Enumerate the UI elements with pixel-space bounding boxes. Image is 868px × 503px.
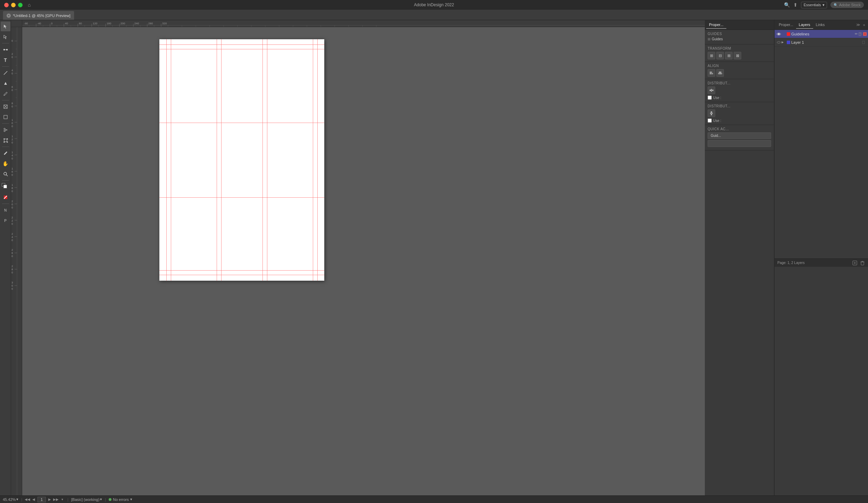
title-bar: ⌂ Adobe InDesign 2022 🔍 ⬆ Essentials ▾ 🔍… — [0, 0, 868, 10]
minimize-button[interactable] — [11, 3, 16, 7]
page-navigation: ◀◀ ◀ ▶ ▶▶ ▾ — [25, 497, 65, 502]
eyedropper-tool[interactable] — [1, 148, 10, 158]
home-icon: ⌂ — [28, 2, 31, 8]
share-icon[interactable]: ⬆ — [793, 2, 798, 8]
layer-row-layer1[interactable]: ▶ Layer 1 — [775, 38, 868, 47]
svg-text:4: 4 — [11, 236, 13, 239]
transform-btn-3[interactable]: ⊞ — [725, 52, 733, 59]
canvas-area[interactable] — [22, 27, 705, 495]
zoom-tool[interactable] — [1, 169, 10, 179]
status-bar: 45.42% ▾ | ◀◀ ◀ ▶ ▶▶ ▾ | [Basic] (workin… — [0, 495, 868, 503]
svg-text:240: 240 — [134, 22, 139, 25]
ruler-row: -80 -40 0 40 80 120 160 200 240 — [11, 20, 705, 27]
layer-expand-layer1[interactable]: ▶ — [782, 41, 786, 44]
pen-tool[interactable] — [1, 79, 10, 88]
tab-bar: × *Untitled-1 @ 45% [GPU Preview] — [0, 10, 868, 20]
tab-properties[interactable]: Proper... — [706, 21, 726, 29]
gap-tool[interactable] — [1, 45, 10, 55]
canvas-wrapper: -80 -40 0 40 80 120 160 200 240 — [11, 20, 705, 495]
svg-text:0: 0 — [11, 89, 13, 92]
svg-text:6: 6 — [11, 85, 13, 89]
layer-color-guidelines — [787, 32, 790, 36]
apply-none-btn[interactable] — [1, 192, 10, 202]
transform-btn-4[interactable]: ⊠ — [734, 52, 741, 59]
page-number-input[interactable] — [37, 497, 46, 502]
adobe-stock-search[interactable]: 🔍 Adobe Stock — [831, 2, 864, 8]
svg-rect-136 — [710, 90, 711, 91]
type-tool[interactable]: T — [1, 55, 10, 65]
layer-page-icon-guidelines — [858, 31, 863, 37]
new-layer-btn[interactable] — [852, 260, 858, 266]
tab-close-button[interactable]: × — [7, 14, 11, 18]
panel-expand-btn[interactable]: ≫ — [855, 21, 862, 28]
document-tab[interactable]: × *Untitled-1 @ 45% [GPU Preview] — [3, 11, 74, 20]
next-page-btn[interactable]: ▶ — [47, 497, 52, 502]
layer-visibility-icon-layer1[interactable] — [776, 40, 782, 45]
close-button[interactable] — [4, 3, 9, 7]
svg-text:0: 0 — [51, 22, 53, 25]
svg-rect-15 — [4, 142, 5, 142]
align-title: Align — [708, 64, 771, 68]
fill-stroke-btn[interactable] — [1, 182, 10, 192]
use-checkbox-2[interactable] — [708, 118, 712, 123]
scissors-tool[interactable] — [1, 125, 10, 135]
align-center-btn[interactable] — [716, 69, 724, 77]
svg-text:0: 0 — [11, 122, 13, 125]
error-status[interactable]: No errors ▾ — [109, 497, 132, 502]
svg-text:0: 0 — [11, 190, 13, 193]
workspace-label: Essentials — [803, 3, 821, 7]
svg-rect-141 — [711, 114, 712, 115]
align-left-btn[interactable] — [708, 69, 715, 77]
next-spread-btn[interactable]: ▶▶ — [53, 497, 58, 502]
transform-section: Transform ⊞ ⊟ ⊞ ⊠ — [705, 44, 774, 62]
workspace-selector[interactable]: Essentials ▾ — [801, 2, 827, 8]
layer-edit-icon[interactable]: ✏ — [855, 32, 858, 36]
layer-page-icon-layer1 — [861, 40, 867, 45]
preview-btn[interactable]: P — [1, 216, 10, 225]
prev-page-btn[interactable]: ◀ — [31, 497, 36, 502]
svg-rect-139 — [711, 112, 712, 113]
svg-text:80: 80 — [79, 22, 82, 25]
layer-name-layer1: Layer 1 — [791, 40, 861, 44]
line-tool[interactable] — [1, 68, 10, 78]
tab-links[interactable]: Links — [813, 21, 828, 29]
style-chevron: ▾ — [100, 497, 102, 502]
panel-close-btn[interactable]: × — [862, 22, 867, 28]
transform-btn-1[interactable]: ⊞ — [708, 52, 715, 59]
direct-selection-tool[interactable] — [1, 32, 10, 42]
use-checkbox-1[interactable] — [708, 96, 712, 100]
delete-layer-btn[interactable] — [860, 260, 865, 266]
tab-layers[interactable]: Layers — [796, 21, 813, 29]
layer-color-layer1 — [787, 41, 790, 44]
svg-text:2: 2 — [11, 232, 13, 236]
prev-spread-btn[interactable]: ◀◀ — [25, 497, 30, 502]
distribute-v-btn-1[interactable] — [708, 109, 715, 117]
search-icon[interactable]: 🔍 — [784, 2, 790, 8]
tool-separator-5 — [2, 147, 9, 147]
svg-rect-140 — [710, 113, 713, 114]
svg-text:0: 0 — [11, 255, 13, 258]
tab-label: *Untitled-1 @ 45% [GPU Preview] — [13, 14, 70, 18]
selection-tool[interactable] — [1, 22, 10, 31]
hand-tool[interactable]: ✋ — [1, 159, 10, 168]
app-title: Adobe InDesign 2022 — [414, 2, 454, 7]
page-dropdown-btn[interactable]: ▾ — [60, 497, 65, 502]
style-selector[interactable]: [Basic] (working) ▾ — [71, 497, 102, 502]
align-section: Align — [705, 62, 774, 79]
free-transform-tool[interactable] — [1, 135, 10, 145]
guide-h-bottom-outer — [159, 275, 324, 275]
transform-btn-2[interactable]: ⊟ — [716, 52, 724, 59]
distribute-h-btn-1[interactable] — [708, 86, 715, 94]
mode-btn[interactable]: N — [1, 205, 10, 215]
guides-section: Guides ⊞ Guides — [705, 30, 774, 44]
tab-properties-right[interactable]: Proper... — [776, 21, 796, 29]
pencil-tool[interactable] — [1, 89, 10, 99]
rectangle-tool[interactable] — [1, 112, 10, 122]
maximize-button[interactable] — [18, 3, 23, 7]
zoom-level[interactable]: 45.42% ▾ — [3, 497, 18, 502]
rectangle-frame-tool[interactable] — [1, 102, 10, 112]
guide-v-mid2 — [221, 39, 222, 281]
guide-quick-action-btn[interactable]: Guid... — [708, 132, 771, 139]
layer-row-guidelines[interactable]: Guidelines ✏ — [775, 30, 868, 38]
layer-visibility-icon-guidelines[interactable] — [776, 31, 782, 37]
